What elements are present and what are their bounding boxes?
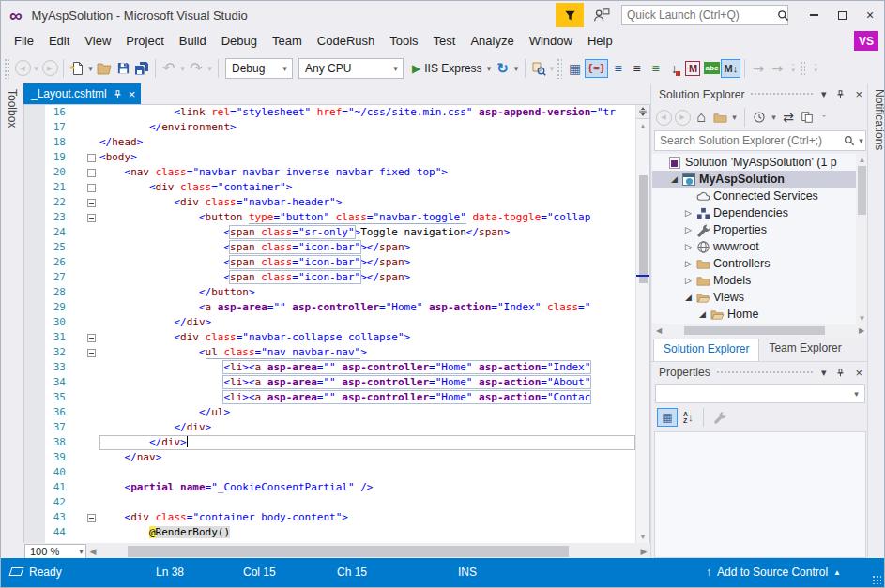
show-all-files-button[interactable]	[799, 108, 816, 127]
window-position-dropdown[interactable]: ▾	[818, 367, 830, 379]
tree-item-connected-services[interactable]: Connected Services	[652, 188, 868, 204]
alphabetical-sort-button[interactable]: AZ↓	[681, 408, 695, 427]
pin-icon[interactable]	[832, 368, 848, 378]
tree-item-solution-myaspsolution-1-p[interactable]: Solution 'MyAspSolution' (1 p	[652, 154, 868, 171]
property-pages-button[interactable]	[711, 408, 728, 427]
start-debugging-button[interactable]: ▶	[412, 62, 420, 75]
sync-with-active-document-button[interactable]: ⇄	[780, 108, 797, 127]
tree-item-home[interactable]: ◢Home	[652, 306, 868, 323]
code-line[interactable]: 17 </environment>	[24, 120, 635, 135]
fold-collapse-icon[interactable]	[87, 349, 96, 357]
menu-edit[interactable]: Edit	[41, 31, 77, 51]
scrollbar-thumb[interactable]	[128, 546, 569, 557]
refresh-button[interactable]: ↻	[494, 58, 512, 79]
scroll-up-icon[interactable]: ▲	[636, 122, 649, 130]
tree-item-wwwroot[interactable]: ▷wwwroot	[652, 238, 868, 255]
menu-project[interactable]: Project	[118, 31, 171, 51]
code-line[interactable]: 32 <ul class="nav navbar-nav">	[24, 345, 635, 360]
properties-object-dropdown[interactable]: ▾	[655, 384, 865, 403]
toolbar-overflow-button[interactable]: ''	[817, 115, 831, 120]
menu-debug[interactable]: Debug	[214, 31, 265, 51]
menu-coderush[interactable]: CodeRush	[310, 31, 382, 51]
markdown-button[interactable]: M	[683, 58, 702, 79]
fold-collapse-icon[interactable]	[87, 514, 96, 522]
open-file-button[interactable]	[95, 58, 114, 79]
refresh-dropdown[interactable]: ▾	[512, 64, 521, 73]
list-format-button[interactable]: ≡	[646, 58, 664, 79]
quick-launch-box[interactable]	[621, 5, 788, 25]
pin-icon[interactable]	[832, 89, 848, 99]
scrollbar-thumb[interactable]	[639, 175, 648, 283]
code-line[interactable]: 28 </button>	[24, 285, 635, 300]
tree-horizontal-scrollbar[interactable]: ◀ ▶	[652, 324, 868, 337]
import-button[interactable]: ↓	[664, 58, 683, 79]
properties-header[interactable]: Properties ▾ ×	[651, 361, 869, 383]
menu-analyze[interactable]: Analyze	[463, 31, 521, 51]
tab-layout-cshtml[interactable]: _Layout.cshtml ×	[23, 83, 141, 104]
undo-dropdown[interactable]: ▾	[178, 64, 187, 73]
code-line[interactable]: 20 <nav class="navbar navbar-inverse nav…	[24, 165, 635, 180]
new-file-dropdown[interactable]: ▾	[86, 64, 95, 73]
run-target-dropdown[interactable]: ▾	[485, 64, 494, 73]
code-line[interactable]: 18</head>	[24, 135, 635, 150]
fold-collapse-icon[interactable]	[87, 334, 96, 342]
code-line[interactable]: 36 </ul>	[24, 405, 635, 420]
menu-tools[interactable]: Tools	[382, 31, 425, 51]
solution-configurations-dropdown[interactable]: Debug▾	[225, 58, 293, 79]
tree-item-myaspsolution[interactable]: ◢MyAspSolution	[652, 171, 868, 188]
fold-collapse-icon[interactable]	[87, 184, 96, 192]
pin-icon[interactable]	[113, 89, 123, 99]
code-line[interactable]: 41 <partial name="_CookieConsentPartial"…	[24, 480, 635, 495]
tab-team-explorer[interactable]: Team Explorer	[759, 339, 850, 361]
maximize-button[interactable]	[828, 3, 856, 27]
menu-test[interactable]: Test	[426, 31, 464, 51]
code-line[interactable]: 29 <a asp-area="" asp-controller="Home" …	[24, 300, 635, 315]
code-line[interactable]: 16 <link rel="stylesheet" href="~/css/si…	[24, 105, 635, 120]
expand-selection-button[interactable]: ''▼	[786, 64, 800, 73]
format-document-toggle[interactable]: {=}	[585, 59, 609, 78]
close-icon[interactable]: ×	[852, 366, 865, 380]
menu-view[interactable]: View	[77, 31, 118, 51]
code-line[interactable]: 37 </div>	[24, 420, 635, 435]
navigate-forward-button[interactable]: ▶	[40, 58, 59, 79]
scroll-down-icon[interactable]: ▼	[636, 533, 649, 541]
switch-views-dropdown[interactable]: ▾	[730, 113, 739, 122]
tree-caret[interactable]: ▷	[682, 208, 694, 218]
feedback-icon[interactable]	[593, 7, 610, 23]
window-position-dropdown[interactable]: ▾	[818, 88, 830, 100]
code-line[interactable]: 27 <span class="icon-bar"></span>	[24, 270, 635, 285]
code-line[interactable]: 26 <span class="icon-bar"></span>	[24, 255, 635, 270]
code-line[interactable]: 35 <li><a asp-area="" asp-controller="Ho…	[24, 390, 635, 405]
code-line[interactable]: 21 <div class="container">	[24, 180, 635, 195]
find-in-files-button[interactable]	[529, 58, 548, 79]
run-target-label[interactable]: IIS Express	[424, 62, 481, 75]
tree-item-views[interactable]: ◢Views	[652, 289, 868, 306]
tree-item-controllers[interactable]: ▷Controllers	[652, 255, 868, 272]
split-editor-handle[interactable]	[636, 105, 649, 119]
account-badge[interactable]: VS	[854, 31, 878, 51]
undo-button[interactable]: ↶	[160, 58, 178, 79]
code-line[interactable]: 25 <span class="icon-bar"></span>	[24, 240, 635, 255]
scrollbar-thumb[interactable]	[684, 326, 825, 335]
notifications-tab[interactable]: Notifications	[867, 83, 884, 560]
redo-dropdown[interactable]: ▾	[206, 64, 214, 73]
tree-caret[interactable]: ▷	[682, 259, 694, 268]
browse-with-button[interactable]: ▦	[566, 58, 585, 79]
code-line[interactable]: 34 <li><a asp-area="" asp-controller="Ho…	[24, 375, 635, 390]
code-line[interactable]: 42	[24, 495, 635, 510]
coderush-action2-button[interactable]: ⇝	[768, 58, 786, 79]
navigate-back-button[interactable]: ◀	[13, 58, 32, 79]
editor-vertical-scrollbar[interactable]: ▲ ▼	[635, 105, 649, 543]
coderush-filter-button[interactable]	[556, 3, 584, 27]
home-icon[interactable]: ⌂	[693, 108, 710, 127]
filter-dropdown[interactable]: ▾	[770, 113, 778, 122]
code-line[interactable]: 24 <span class="sr-only">Toggle navigati…	[24, 225, 635, 240]
comment-lines-button[interactable]: ≡	[627, 58, 646, 79]
find-dropdown[interactable]: ▾	[548, 64, 557, 73]
new-file-button[interactable]	[68, 58, 86, 79]
editor-horizontal-scrollbar[interactable]	[101, 544, 635, 559]
code-line[interactable]: 38 </div>	[24, 435, 635, 450]
close-tab-icon[interactable]: ×	[129, 87, 136, 101]
code-editor[interactable]: 16 <link rel="stylesheet" href="~/css/si…	[23, 104, 650, 543]
menu-help[interactable]: Help	[580, 31, 620, 51]
